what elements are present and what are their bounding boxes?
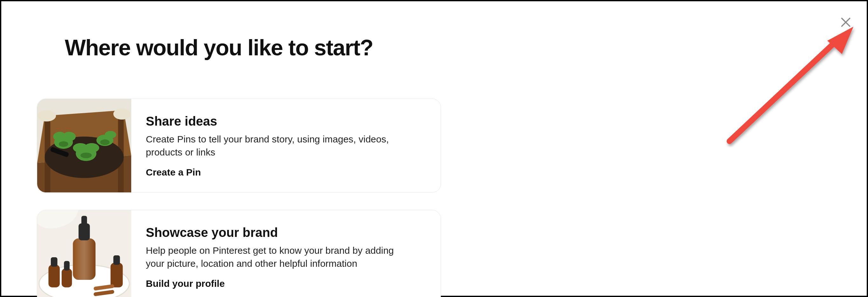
card-body: Showcase your brand Help people on Pinte… [131, 210, 441, 297]
svg-rect-30 [51, 257, 58, 267]
svg-point-15 [105, 131, 116, 139]
card-cta: Build your profile [146, 278, 426, 289]
close-icon [840, 17, 851, 28]
card-showcase-brand[interactable]: Showcase your brand Help people on Pinte… [37, 210, 441, 297]
card-thumbnail [37, 99, 131, 193]
svg-point-17 [81, 153, 92, 158]
option-cards: Share ideas Create Pins to tell your bra… [37, 98, 441, 297]
card-share-ideas[interactable]: Share ideas Create Pins to tell your bra… [37, 98, 441, 193]
svg-point-10 [63, 132, 75, 142]
svg-rect-34 [114, 255, 120, 265]
card-description: Create Pins to tell your brand story, us… [146, 133, 413, 159]
svg-rect-26 [73, 238, 95, 280]
card-thumbnail [37, 210, 131, 297]
card-title: Share ideas [146, 114, 426, 128]
svg-rect-31 [62, 269, 72, 288]
card-title: Showcase your brand [146, 226, 426, 240]
svg-rect-27 [79, 223, 90, 240]
card-cta: Create a Pin [146, 167, 426, 178]
svg-rect-32 [64, 261, 69, 271]
svg-rect-28 [81, 216, 87, 226]
svg-point-18 [100, 139, 110, 145]
modal-content: Where would you like to start? [1, 1, 867, 297]
card-description: Help people on Pinterest get to know you… [146, 244, 413, 270]
svg-rect-29 [49, 265, 60, 288]
modal-title: Where would you like to start? [65, 35, 867, 60]
svg-point-20 [114, 109, 130, 120]
svg-point-19 [37, 110, 56, 122]
svg-rect-33 [111, 263, 123, 288]
svg-point-13 [84, 143, 99, 153]
card-body: Share ideas Create Pins to tell your bra… [131, 99, 441, 192]
svg-point-16 [59, 141, 68, 147]
onboarding-modal: Where would you like to start? [0, 0, 868, 297]
close-button[interactable] [839, 15, 853, 29]
